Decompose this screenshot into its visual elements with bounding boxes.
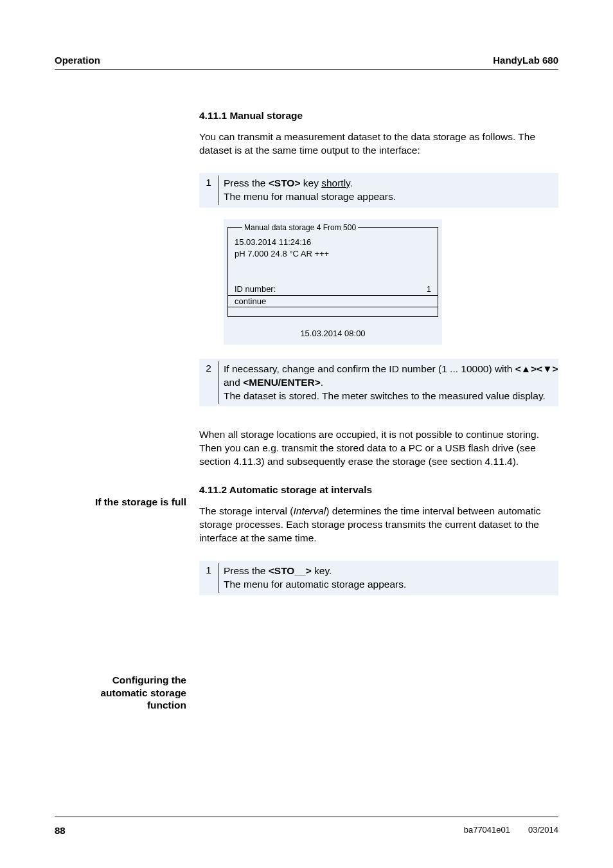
side-label-config-auto: Configuring the automatic storage functi… [55,674,186,711]
auto-storage-para: The storage interval (Interval) determin… [199,505,558,545]
device-id-value: 1 [427,284,431,294]
device-id-row: ID number: 1 [235,284,431,294]
device-title: Manual data storage 4 From 500 [242,223,358,232]
step-number: 1 [199,176,218,205]
page-number: 88 [55,825,66,836]
header-left: Operation [55,55,100,66]
step-text: Press the <STO__> key. The menu for auto… [218,563,558,593]
side-label-storage-full: If the storage is full [55,496,186,508]
doc-date: 03/2014 [528,825,558,836]
step-auto-1: 1 Press the <STO__> key. The menu for au… [199,561,558,595]
heading-auto-storage: 4.11.2 Automatic storage at intervals [199,484,558,496]
step-1: 1 Press the <STO> key shortly. The menu … [199,173,558,208]
step-text: If necessary, change and confirm the ID … [218,361,558,404]
device-screen: Manual data storage 4 From 500 15.03.201… [224,219,442,345]
device-footer-datetime: 15.03.2014 08:00 [227,317,438,338]
step-2: 2 If necessary, change and confirm the I… [199,359,558,407]
intro-para: You can transmit a measurement dataset t… [199,131,558,158]
device-id-label: ID number: [235,284,276,294]
header-right: HandyLab 680 [493,55,558,66]
page-header: Operation HandyLab 680 [55,55,558,70]
device-datetime: 15.03.2014 11:24:16 [235,237,431,247]
storage-full-para: When all storage locations are occupied,… [199,428,558,469]
step-number: 2 [199,361,218,404]
device-screen-box: Manual data storage 4 From 500 15.03.201… [227,223,438,317]
page-footer: 88 ba77041e01 03/2014 [55,817,558,836]
device-continue: continue [228,295,438,307]
step-text: Press the <STO> key shortly. The menu fo… [218,176,558,205]
device-reading: pH 7.000 24.8 °C AR +++ [235,249,431,258]
step-number: 1 [199,563,218,593]
doc-code: ba77041e01 [464,825,510,836]
heading-manual-storage: 4.11.1 Manual storage [199,110,558,122]
